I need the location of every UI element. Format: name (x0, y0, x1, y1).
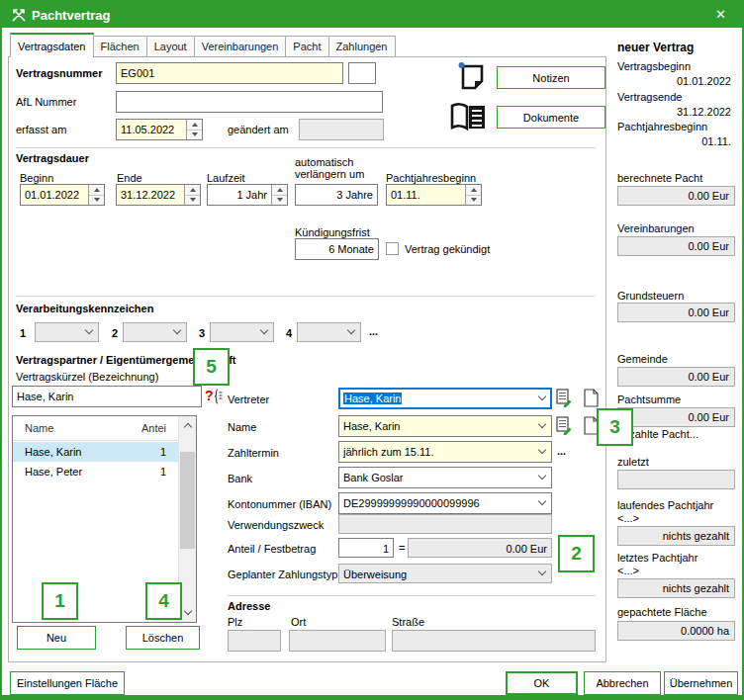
notizen-button[interactable]: Notizen (497, 66, 605, 89)
document-edit-icon[interactable] (556, 389, 572, 409)
iban-label: Kontonummer (IBAN) (228, 498, 331, 510)
spinner[interactable] (465, 185, 481, 205)
gekuendigt-checkbox[interactable] (386, 242, 399, 255)
letztes-pachtjahr-label: letztes Pachtjahr (617, 552, 698, 564)
row-name: Hase, Karin (13, 446, 135, 458)
separator (228, 595, 596, 596)
gepachtete-flaeche-label: gepachtete Fläche (617, 606, 707, 618)
vertragsnummer-input[interactable]: EG001 (116, 62, 343, 84)
pachtvertrag-window: Pachtvertrag ✕ Vertragsdaten Flächen Lay… (0, 0, 744, 700)
kennzeichen-more-button[interactable]: ... (369, 325, 378, 337)
zahltermin-select[interactable]: jährlich zum 15.11. (338, 441, 552, 463)
verlaengern-input[interactable]: 3 Jahre (295, 184, 378, 206)
iban-value: DE29999999990000099996 (343, 497, 480, 509)
ende-value: 31.12.2022 (121, 189, 175, 201)
spinner[interactable] (186, 120, 202, 139)
scrollbar-thumb[interactable] (180, 452, 195, 549)
name-select[interactable]: Hase, Karin (338, 415, 552, 437)
uebernehmen-button[interactable]: Übernehmen (664, 671, 738, 695)
kennzeichen-1-select[interactable] (35, 322, 99, 342)
laufendes-pachtjahr-label: laufendes Pachtjahr (617, 499, 713, 511)
tab-layout[interactable]: Layout (146, 36, 195, 57)
tab-strip: Vertragsdaten Flächen Layout Vereinbarun… (10, 33, 395, 57)
iban-select[interactable]: DE29999999990000099996 (338, 492, 552, 514)
spinner-up-icon[interactable] (272, 185, 287, 196)
anteil-input[interactable]: 1 (338, 538, 394, 558)
pachtjahresbeginn-input[interactable]: 01.11. (386, 184, 482, 206)
vertreter-select[interactable]: Hase, Karin (338, 388, 552, 409)
vertragsbeginn-value: 01.01.2022 (677, 75, 731, 87)
kennzeichen-4-label: 4 (286, 327, 292, 339)
chevron-down-icon (538, 393, 546, 400)
chevron-down-icon (538, 568, 546, 575)
letztes-range-label: <...> (617, 565, 639, 576)
new-page-icon[interactable] (584, 389, 599, 409)
document-edit-icon[interactable] (556, 416, 572, 437)
kennzeichen-2-label: 2 (112, 327, 118, 339)
ok-button[interactable]: OK (506, 671, 578, 695)
kuerzel-input[interactable]: Hase, Karin (12, 386, 202, 407)
warning-question-icon[interactable]: ? (205, 388, 214, 403)
tab-zahlungen[interactable]: Zahlungen (328, 36, 396, 57)
spinner-up-icon[interactable] (185, 185, 200, 196)
gekuendigt-label: Vertrag gekündigt (405, 243, 490, 255)
column-share[interactable]: Antei (135, 422, 178, 434)
vertragsnummer-extra-input[interactable] (348, 62, 376, 84)
pachtsumme-field: 0.00 Eur (617, 407, 735, 427)
spinner-up-icon[interactable] (187, 120, 202, 131)
kennzeichen-2-select[interactable] (123, 322, 187, 342)
laufzeit-input[interactable]: 1 Jahr (207, 184, 288, 206)
berechnete-pacht-field: 0.00 Eur (617, 186, 735, 206)
afl-label: AfL Nummer (16, 96, 76, 108)
spinner[interactable] (271, 185, 287, 205)
callout-2: 2 (558, 535, 595, 572)
table-row[interactable]: Hase, Peter 1 (13, 462, 178, 481)
verlaengern-label-1: automatisch (295, 156, 353, 168)
dokumente-button[interactable]: Dokumente (497, 106, 605, 129)
spinner-down-icon[interactable] (185, 196, 200, 206)
note-icon[interactable] (455, 60, 489, 96)
beginn-input[interactable]: 01.01.2022 (20, 184, 105, 206)
gemeinde-label: Gemeinde (617, 353, 668, 365)
tab-pacht[interactable]: Pacht (285, 36, 328, 57)
zahltermin-more-button[interactable]: ... (557, 445, 566, 457)
vertreter-label: Vertreter (228, 394, 269, 405)
afl-input[interactable] (116, 91, 383, 113)
plz-input (228, 630, 281, 652)
spinner[interactable] (88, 185, 104, 205)
tab-vertragsdaten[interactable]: Vertragsdaten (10, 33, 94, 57)
list-brace-icon[interactable] (214, 389, 223, 406)
zahlungstyp-label: Geplanter Zahlungstyp (228, 569, 337, 580)
spinner-down-icon[interactable] (272, 196, 287, 206)
kennzeichen-3-select[interactable] (210, 322, 274, 342)
close-icon[interactable]: ✕ (715, 7, 726, 22)
bank-select[interactable]: Bank Goslar (338, 467, 552, 488)
chevron-down-icon (538, 472, 546, 480)
table-row[interactable]: Hase, Karin 1 (13, 442, 178, 462)
spinner-up-icon[interactable] (466, 185, 481, 196)
neu-button[interactable]: Neu (17, 626, 96, 650)
tab-vereinbarungen[interactable]: Vereinbarungen (194, 36, 287, 57)
tab-flaechen[interactable]: Flächen (93, 36, 147, 57)
book-icon[interactable] (448, 102, 489, 134)
laufendes-range-label: <...> (617, 512, 639, 524)
kuendigungsfrist-input[interactable]: 6 Monate (295, 238, 379, 260)
column-name[interactable]: Name (13, 422, 135, 434)
spinner-down-icon[interactable] (187, 131, 202, 140)
spinner-down-icon[interactable] (89, 196, 104, 206)
scroll-up-icon[interactable] (179, 416, 196, 434)
callout-1: 1 (42, 582, 78, 620)
name-value: Hase, Karin (343, 420, 400, 432)
name-label: Name (228, 421, 256, 433)
spinner-up-icon[interactable] (89, 185, 104, 196)
strasse-label: Straße (392, 616, 424, 628)
abbrechen-button[interactable]: Abbrechen (584, 671, 661, 695)
loeschen-button[interactable]: Löschen (126, 626, 200, 650)
kennzeichen-4-select[interactable] (297, 322, 361, 342)
spinner-down-icon[interactable] (466, 196, 481, 206)
erfasst-input[interactable]: 11.05.2022 (116, 119, 203, 140)
spinner[interactable] (184, 185, 200, 205)
ende-input[interactable]: 31.12.2022 (116, 184, 201, 206)
einstellungen-flaeche-button[interactable]: Einstellungen Fläche (10, 671, 125, 695)
pachtjahresbeginn-side-value: 01.11. (701, 135, 731, 147)
